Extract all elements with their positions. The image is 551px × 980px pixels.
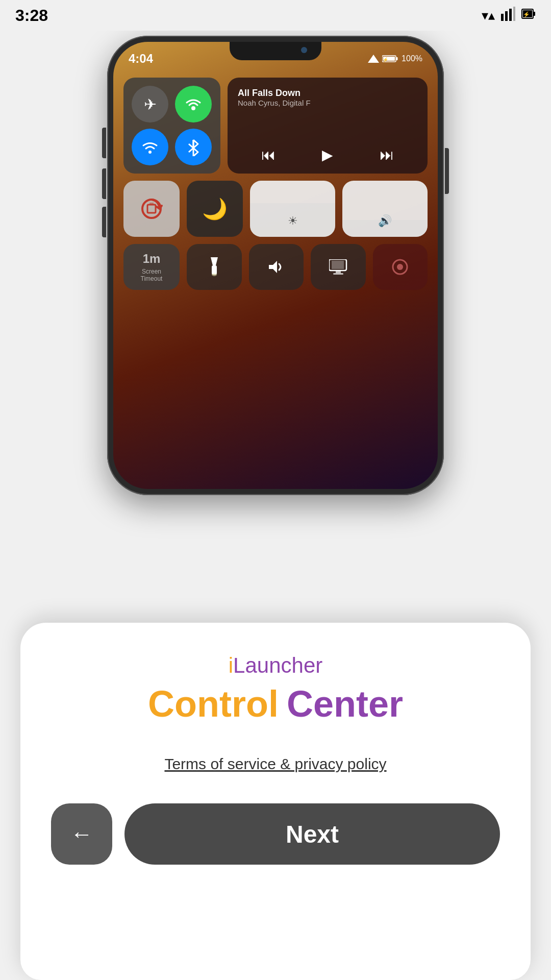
svg-point-26 [397,264,403,270]
svg-rect-22 [332,261,344,269]
back-arrow-icon: ← [70,821,93,847]
control-center: ✈ [123,78,428,469]
wifi-icon [141,138,159,156]
svg-rect-3 [513,7,515,21]
status-icons: ▾▴ ⚡ [482,7,536,24]
phone-time: 4:04 [129,52,153,66]
sliders-block: ☀ 🔊 [250,181,428,237]
bluetooth-icon [186,138,201,156]
phone-battery-text: 100% [402,54,422,63]
wifi-icon: ▾▴ [482,8,495,23]
next-label: Next [286,820,339,848]
audio-output-icon [267,258,285,276]
app-name-launcher: Launcher [233,653,322,677]
bluetooth-button[interactable] [175,129,212,165]
bottom-buttons: ← Next [51,803,500,865]
music-info: All Falls Down Noah Cyrus, Digital F [238,88,417,107]
svg-rect-5 [533,12,535,16]
hotspot-icon [184,95,203,113]
screen-rotation-button[interactable] [123,181,180,237]
flashlight-icon [207,257,222,277]
screen-mirror-button[interactable] [311,244,366,290]
svg-rect-23 [336,271,341,273]
svg-point-14 [191,106,195,110]
do-not-disturb-button[interactable]: 🌙 [187,181,243,237]
signal-icon [501,7,515,24]
extra-icon-4 [391,258,409,276]
app-subtitle: Control Center [148,683,403,725]
svg-rect-24 [333,273,343,275]
music-title: All Falls Down [238,88,417,99]
android-status-bar: 3:28 ▾▴ ⚡ [0,0,551,31]
music-block: All Falls Down Noah Cyrus, Digital F ⏮ ▶… [228,78,428,174]
top-row: ✈ [123,78,428,174]
svg-text:⚡: ⚡ [523,11,530,18]
app-name: iLauncher [229,653,322,678]
phone-status-icons: ⚡ 100% [368,54,422,63]
extra-button-4[interactable] [373,244,428,290]
screen-mirror-icon [329,259,347,275]
subtitle-control: Control [148,683,279,725]
wifi-button[interactable] [132,129,168,165]
phone-notch [230,42,321,60]
svg-text:⚡: ⚡ [383,57,389,63]
volume-slider[interactable]: 🔊 [342,181,428,237]
bottom-row: 1m ScreenTimeout [123,244,428,290]
phone-frame: 4:04 ⚡ 100 [107,36,444,495]
flashlight-button[interactable] [187,244,242,290]
airplane-button[interactable]: ✈ [132,86,168,122]
volume-icon: 🔊 [378,214,392,228]
timeout-label: ScreenTimeout [141,268,163,283]
play-button[interactable]: ▶ [322,146,333,163]
back-button[interactable]: ← [51,803,112,865]
connectivity-block: ✈ [123,78,220,174]
terms-link[interactable]: Terms of service & privacy policy [164,755,386,773]
svg-rect-0 [501,14,504,21]
middle-row: 🌙 ☀ 🔊 [123,181,428,237]
audio-output-button[interactable] [249,244,304,290]
ios-background: 4:04 ⚡ 100 [113,42,438,489]
svg-point-20 [212,273,217,276]
brightness-icon: ☀ [288,214,298,228]
music-controls: ⏮ ▶ ⏭ [238,146,417,163]
extra-buttons [187,244,428,290]
status-time: 3:28 [15,6,48,25]
phone-signal-icon [368,55,379,63]
phone-battery-icon: ⚡ [382,55,398,63]
phone-screen: 4:04 ⚡ 100 [113,42,438,489]
timeout-value: 1m [143,252,161,266]
svg-rect-18 [147,205,156,213]
next-button[interactable]: Next [124,803,500,865]
fast-forward-button[interactable]: ⏭ [380,146,394,163]
svg-rect-1 [505,11,508,21]
rewind-button[interactable]: ⏮ [261,146,276,163]
music-artist: Noah Cyrus, Digital F [238,99,417,107]
subtitle-center: Center [287,683,403,725]
svg-point-15 [148,151,152,154]
phone-mockup: 4:04 ⚡ 100 [107,36,444,495]
camera-dot [301,47,307,53]
bottom-sheet: iLauncher Control Center Terms of servic… [20,623,531,980]
app-name-i: i [229,653,233,677]
screen-timeout-button[interactable]: 1m ScreenTimeout [123,244,180,290]
svg-rect-2 [509,9,512,21]
rotation-icon [138,195,165,222]
svg-rect-11 [396,57,398,60]
battery-icon: ⚡ [521,7,536,24]
hotspot-button[interactable] [175,86,212,122]
brightness-slider[interactable]: ☀ [250,181,335,237]
